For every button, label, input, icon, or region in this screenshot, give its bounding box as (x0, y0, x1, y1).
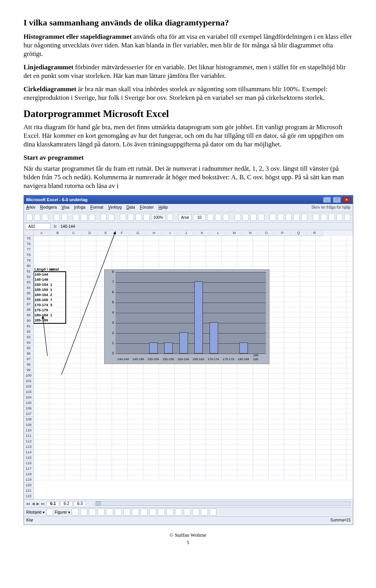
row-header-120[interactable]: 120 (24, 483, 33, 488)
row-header-81[interactable]: 81 (24, 269, 33, 274)
dec-decimal-icon[interactable] (301, 214, 307, 221)
row-header-95[interactable]: 95 (24, 346, 33, 351)
rectangle-icon[interactable] (89, 509, 96, 516)
picture-icon[interactable] (141, 509, 148, 516)
print-icon[interactable] (54, 214, 60, 221)
row-header-99[interactable]: 99 (24, 368, 33, 373)
row-header-84[interactable]: 84 (24, 285, 33, 291)
indent-inc-icon[interactable] (321, 214, 327, 221)
row-header-112[interactable]: 112 (24, 439, 33, 444)
col-header-I[interactable]: I (162, 230, 178, 236)
3d-icon[interactable] (210, 509, 217, 516)
diagram-icon[interactable] (123, 509, 130, 516)
col-header-E[interactable]: E (98, 230, 114, 236)
row-header-91[interactable]: 91 (24, 324, 33, 329)
row-header-96[interactable]: 96 (24, 351, 33, 357)
cell-B90[interactable]: 1 (49, 312, 75, 317)
row-header-78[interactable]: 78 (24, 253, 33, 258)
col-header-K[interactable]: K (194, 230, 210, 236)
row-header-106[interactable]: 106 (24, 406, 33, 411)
menu-visa[interactable]: Visa (61, 205, 69, 209)
sort-desc-icon[interactable] (136, 214, 142, 221)
preview-icon[interactable] (61, 214, 68, 221)
col-header-R[interactable]: R (307, 230, 323, 236)
spreadsheet-grid[interactable]: 012345678140-144145-149150-154155-159160… (34, 236, 353, 480)
italic-icon[interactable] (215, 214, 221, 221)
horizontal-scrollbar[interactable] (95, 501, 351, 506)
col-header-C[interactable]: C (66, 230, 82, 236)
new-icon[interactable] (26, 214, 33, 221)
row-header-121[interactable]: 121 (24, 488, 33, 494)
menu-hjälp[interactable]: Hjälp (159, 205, 168, 209)
oval-icon[interactable] (98, 509, 105, 516)
cell-B81[interactable]: antal (49, 267, 75, 272)
close-button[interactable]: × (343, 197, 351, 203)
cell-A82[interactable]: 140-144 (34, 272, 60, 277)
col-header-P[interactable]: P (275, 230, 291, 236)
row-header-76[interactable]: 76 (24, 242, 33, 247)
row-header-114[interactable]: 114 (24, 450, 33, 455)
tab-nav-first-icon[interactable]: ⏮ (26, 501, 30, 506)
cell-A91[interactable]: 185-189 (34, 317, 60, 323)
shadow-icon[interactable] (201, 509, 208, 516)
menu-format[interactable]: Format (90, 205, 103, 209)
cell-B85[interactable]: 1 (49, 287, 75, 292)
row-header-100[interactable]: 100 (24, 373, 33, 379)
col-header-Q[interactable]: Q (291, 230, 307, 236)
row-header-79[interactable]: 79 (24, 258, 33, 263)
copy-icon[interactable] (81, 214, 87, 221)
bold-icon[interactable] (207, 214, 213, 221)
percent-icon[interactable] (278, 214, 284, 221)
menu-fönster[interactable]: Fönster (140, 205, 154, 209)
cell-B87[interactable]: 7 (49, 297, 75, 302)
col-header-G[interactable]: G (130, 230, 146, 236)
menu-infoga[interactable]: Infoga (74, 205, 85, 209)
col-header-D[interactable]: D (82, 230, 98, 236)
save-icon[interactable] (42, 214, 48, 221)
minimize-button[interactable]: _ (323, 197, 331, 203)
fontcolor-icon[interactable] (344, 214, 351, 221)
maximize-button[interactable]: □ (333, 197, 341, 203)
col-header-B[interactable]: B (50, 230, 66, 236)
fillcolor2-icon[interactable] (149, 509, 156, 516)
font-select[interactable]: Arial (178, 214, 192, 221)
sheet-tab-6-2[interactable]: 6-2 (60, 501, 72, 506)
row-header-85[interactable]: 85 (24, 291, 33, 296)
row-header-101[interactable]: 101 (24, 379, 33, 384)
row-header-102[interactable]: 102 (24, 384, 33, 390)
fontsize-select[interactable]: 10 (193, 214, 206, 221)
row-header-108[interactable]: 108 (24, 417, 33, 422)
row-header-117[interactable]: 117 (24, 466, 33, 472)
formula-value[interactable]: 140-144 (58, 224, 78, 229)
row-header-80[interactable]: 80 (24, 263, 33, 269)
textbox-icon[interactable] (106, 509, 113, 516)
tab-nav-next-icon[interactable]: ▶ (36, 501, 40, 506)
autoshapes-menu[interactable]: Figurer ▾ (55, 510, 70, 515)
row-header-93[interactable]: 93 (24, 335, 33, 340)
row-header-87[interactable]: 87 (24, 302, 33, 307)
currency-icon[interactable] (269, 214, 276, 221)
arrowstyle-icon[interactable] (192, 509, 199, 516)
row-header-75[interactable]: 75 (24, 236, 33, 242)
borders-icon[interactable] (329, 214, 335, 221)
embedded-chart[interactable]: 012345678140-144145-149150-154155-159160… (104, 269, 269, 364)
fillcolor-icon[interactable] (336, 214, 343, 221)
row-header-119[interactable]: 119 (24, 477, 33, 483)
line-icon[interactable] (72, 509, 79, 516)
tab-nav-prev-icon[interactable]: ◀ (32, 501, 35, 506)
col-header-H[interactable]: H (146, 230, 162, 236)
fx-icon[interactable]: fx (54, 224, 57, 229)
row-header-118[interactable]: 118 (24, 472, 33, 477)
wordart-icon[interactable] (115, 509, 122, 516)
comma-icon[interactable] (286, 214, 292, 221)
row-header-88[interactable]: 88 (24, 307, 33, 313)
sheet-tab-6-3[interactable]: 6-3 (74, 501, 86, 506)
cell-B88[interactable]: 3 (49, 302, 75, 307)
menu-arkiv[interactable]: Arkiv (26, 205, 35, 209)
col-header-J[interactable]: J (178, 230, 194, 236)
zoom-select[interactable]: 100% (151, 214, 165, 221)
name-box[interactable]: A82 (25, 223, 51, 230)
row-header-82[interactable]: 82 (24, 274, 33, 280)
cell-B84[interactable]: 1 (49, 282, 75, 287)
linecolor-icon[interactable] (158, 509, 165, 516)
